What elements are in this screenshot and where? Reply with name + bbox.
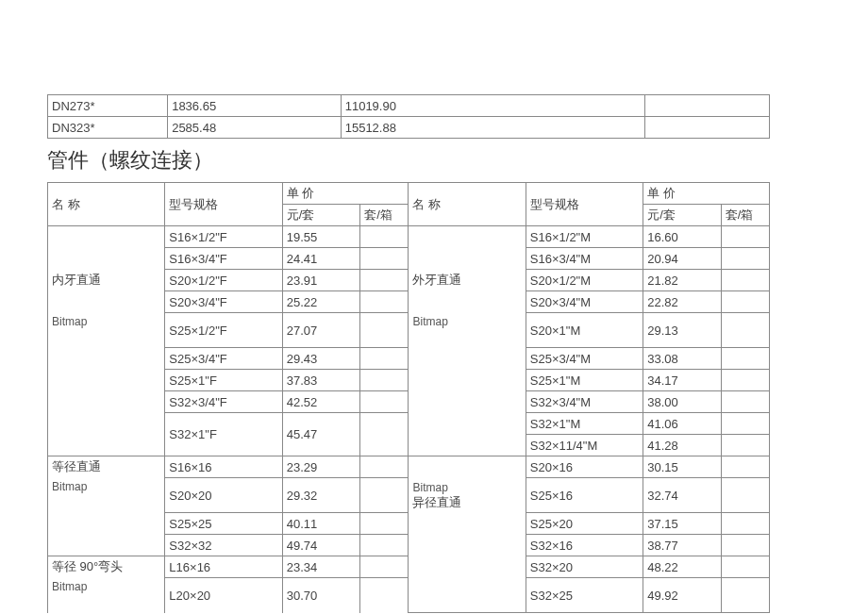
cell	[721, 313, 769, 348]
cell: DN323*	[48, 117, 168, 139]
cell	[48, 291, 165, 313]
group-name: 等径直通	[48, 456, 165, 478]
cell	[721, 578, 769, 613]
cell	[644, 117, 769, 139]
table-row: 等径直通 S16×16 23.29 S20×16 30.15	[48, 456, 770, 478]
cell	[409, 556, 526, 578]
cell: S16×3/4"F	[165, 248, 282, 270]
table-row: DN273* 1836.65 11019.90	[48, 95, 770, 117]
cell: S25×1"M	[526, 370, 643, 391]
cell	[409, 391, 526, 413]
cell	[721, 270, 769, 291]
cell	[409, 578, 526, 613]
cell	[721, 226, 769, 248]
cell	[409, 291, 526, 313]
cell: 1836.65	[168, 95, 342, 117]
group-name: 外牙直通	[409, 270, 526, 291]
top-price-table: DN273* 1836.65 11019.90 DN323* 2585.48 1…	[47, 94, 770, 139]
cell: S32×25	[526, 578, 643, 613]
table-row: S32×32 49.74 S32×16 38.77	[48, 535, 770, 556]
cell: 49.74	[282, 535, 360, 556]
col-spec: 型号规格	[165, 183, 282, 226]
cell: 49.92	[643, 578, 722, 613]
cell: S25×16	[526, 478, 643, 513]
table-row: Bitmap S25×1/2"F 27.07 Bitmap S20×1"M 29…	[48, 313, 770, 348]
table-row: Bitmap L20×20 30.70 S32×25 49.92	[48, 578, 770, 613]
cell: S16×3/4"M	[526, 248, 643, 270]
cell	[360, 456, 409, 478]
cell	[721, 248, 769, 270]
cell	[409, 413, 526, 456]
cell: S20×16	[526, 456, 643, 478]
cell: 19.55	[282, 226, 360, 248]
col-price-box: 套/箱	[360, 205, 409, 226]
col-price: 单 价	[643, 183, 770, 205]
cell: 41.06	[643, 413, 722, 435]
table-row: S32×3/4"F 42.52 S32×3/4"M 38.00	[48, 391, 770, 413]
cell: S25×3/4"F	[165, 348, 282, 370]
cell	[48, 370, 165, 391]
cell	[360, 348, 409, 370]
cell	[409, 370, 526, 391]
cell: L20×20	[165, 578, 282, 613]
cell	[721, 413, 769, 435]
cell: 20.94	[643, 248, 722, 270]
cell: 23.91	[282, 270, 360, 291]
cell	[409, 226, 526, 270]
cell: DN273*	[48, 95, 168, 117]
table-row: DN323* 2585.48 15512.88	[48, 117, 770, 139]
cell: 2585.48	[168, 117, 342, 139]
col-price-unit: 元/套	[643, 205, 722, 226]
table-row: Bitmap S20×20 29.32 Bitmap 异径直通 S25×16 3…	[48, 478, 770, 513]
group-name: 内牙直通	[48, 270, 165, 291]
cell	[48, 513, 165, 535]
cell: S25×1/2"F	[165, 313, 282, 348]
cell	[360, 578, 409, 613]
cell: 40.11	[282, 513, 360, 535]
cell: 34.17	[643, 370, 722, 391]
col-price: 单 价	[282, 183, 409, 205]
cell	[409, 456, 526, 478]
table-row: S25×1"F 37.83 S25×1"M 34.17	[48, 370, 770, 391]
cell	[360, 370, 409, 391]
cell: 37.83	[282, 370, 360, 391]
cell: 29.43	[282, 348, 360, 370]
cell: S32×1"M	[526, 413, 643, 435]
table-row: S25×25 40.11 S25×20 37.15	[48, 513, 770, 535]
cell: S16×1/2"F	[165, 226, 282, 248]
table-row: S32×1"F 45.47 S32×1"M 41.06	[48, 413, 770, 435]
col-name: 名 称	[48, 183, 165, 226]
cell	[721, 435, 769, 456]
cell: 24.41	[282, 248, 360, 270]
cell	[360, 270, 409, 291]
cell: S20×1"M	[526, 313, 643, 348]
cell: 41.28	[643, 435, 722, 456]
cell	[360, 478, 409, 513]
bitmap-label: Bitmap	[409, 313, 526, 348]
cell: 32.74	[643, 478, 722, 513]
cell: 16.60	[643, 226, 722, 248]
cell: 42.52	[282, 391, 360, 413]
group-name: 等径 90°弯头	[48, 556, 165, 578]
cell	[721, 370, 769, 391]
cell	[721, 513, 769, 535]
cell: S16×1/2"M	[526, 226, 643, 248]
group-name-text: 异径直通	[412, 495, 461, 509]
cell: S20×3/4"F	[165, 291, 282, 313]
cell: S20×1/2"M	[526, 270, 643, 291]
cell	[360, 291, 409, 313]
cell: S32×3/4"M	[526, 391, 643, 413]
cell: S25×25	[165, 513, 282, 535]
bitmap-label: Bitmap	[412, 481, 447, 494]
cell	[360, 313, 409, 348]
fittings-table: 名 称 型号规格 单 价 名 称 型号规格 单 价 元/套 套/箱 元/套 套/…	[47, 182, 770, 613]
cell: S20×20	[165, 478, 282, 513]
cell: 30.70	[282, 578, 360, 613]
cell	[721, 291, 769, 313]
cell: S32×1"F	[165, 413, 282, 456]
cell: S20×1/2"F	[165, 270, 282, 291]
cell: 38.77	[643, 535, 722, 556]
cell	[721, 348, 769, 370]
cell: 30.15	[643, 456, 722, 478]
cell	[360, 535, 409, 556]
